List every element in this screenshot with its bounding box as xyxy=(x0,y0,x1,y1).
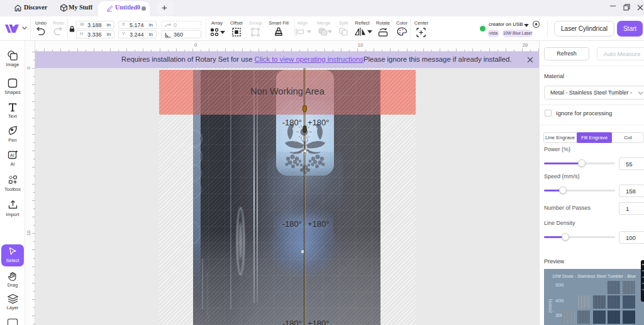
svg-text:AI: AI xyxy=(10,153,14,157)
